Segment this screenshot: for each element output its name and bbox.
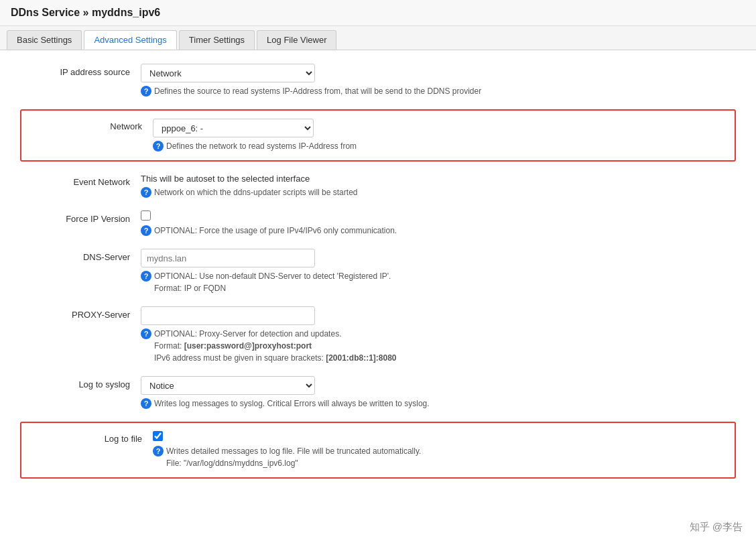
ip-address-source-row: IP address source Network URL Script ? D… — [20, 64, 736, 97]
log-file-help-icon: ? — [153, 446, 164, 457]
tab-logviewer[interactable]: Log File Viewer — [257, 30, 336, 50]
tabs-bar: Basic Settings Advanced Settings Timer S… — [0, 26, 756, 50]
tab-advanced[interactable]: Advanced Settings — [84, 30, 176, 50]
log-syslog-select[interactable]: Notice Info Warning Error — [141, 376, 315, 395]
dns-server-help: ? OPTIONAL: Use non-default DNS-Server t… — [141, 270, 736, 294]
force-ip-version-control: ? OPTIONAL: Force the usage of pure IPv4… — [141, 210, 736, 237]
force-ip-version-label: Force IP Version — [20, 210, 141, 224]
force-ip-version-row: Force IP Version ? OPTIONAL: Force the u… — [20, 210, 736, 237]
watermark: 知乎 @李告 — [690, 521, 743, 534]
network-help-icon: ? — [153, 141, 164, 151]
proxy-server-row: PROXY-Server ? OPTIONAL: Proxy-Server fo… — [20, 306, 736, 364]
ip-address-source-control: Network URL Script ? Defines the source … — [141, 64, 736, 97]
dns-server-input[interactable] — [141, 249, 315, 267]
network-help: ? Defines the network to read systems IP… — [153, 140, 724, 152]
event-network-row: Event Network This will be autoset to th… — [20, 174, 736, 198]
network-label: Network — [32, 119, 153, 131]
log-syslog-help-icon: ? — [141, 398, 151, 409]
proxy-server-label: PROXY-Server — [20, 306, 141, 320]
page-title: DDns Service » myddns_ipv6 — [0, 0, 756, 26]
event-network-help-icon: ? — [141, 187, 151, 198]
log-file-label: Log to file — [32, 431, 153, 444]
dns-server-help-icon: ? — [141, 271, 151, 282]
log-file-checkbox-wrap — [153, 431, 724, 441]
ip-address-source-help-icon: ? — [141, 86, 151, 97]
log-file-checkbox[interactable] — [153, 431, 163, 441]
log-syslog-control: Notice Info Warning Error ? Writes log m… — [141, 376, 736, 410]
event-network-autoset-text: This will be autoset to the selected int… — [141, 174, 736, 184]
ip-address-source-label: IP address source — [20, 64, 141, 77]
proxy-server-help-icon: ? — [141, 328, 151, 339]
force-ip-version-help-icon: ? — [141, 225, 151, 236]
dns-server-row: DNS-Server ? OPTIONAL: Use non-default D… — [20, 249, 736, 294]
log-file-control: ? Writes detailed messages to log file. … — [153, 431, 724, 469]
proxy-server-control: ? OPTIONAL: Proxy-Server for detection a… — [141, 306, 736, 364]
proxy-server-help: ? OPTIONAL: Proxy-Server for detection a… — [141, 328, 736, 364]
event-network-label: Event Network — [20, 174, 141, 187]
network-highlighted-box: Network pppoe_6: - ? Defines the network… — [20, 109, 736, 162]
tab-timer[interactable]: Timer Settings — [179, 30, 255, 50]
log-syslog-row: Log to syslog Notice Info Warning Error … — [20, 376, 736, 410]
network-select[interactable]: pppoe_6: - — [153, 119, 314, 137]
log-file-highlighted-box: Log to file ? Writes detailed messages t… — [20, 422, 736, 479]
event-network-help: ? Network on which the ddns-updater scri… — [141, 186, 736, 198]
force-ip-checkbox-wrap — [141, 210, 736, 221]
log-syslog-help: ? Writes log messages to syslog. Critica… — [141, 398, 736, 410]
log-syslog-label: Log to syslog — [20, 376, 141, 389]
force-ip-version-checkbox[interactable] — [141, 210, 151, 221]
content-area: IP address source Network URL Script ? D… — [0, 50, 756, 504]
tab-basic[interactable]: Basic Settings — [7, 30, 82, 50]
dns-server-control: ? OPTIONAL: Use non-default DNS-Server t… — [141, 249, 736, 294]
log-file-help: ? Writes detailed messages to log file. … — [153, 445, 724, 469]
ip-address-source-select[interactable]: Network URL Script — [141, 64, 315, 82]
proxy-server-input[interactable] — [141, 306, 315, 325]
dns-server-label: DNS-Server — [20, 249, 141, 262]
force-ip-version-help: ? OPTIONAL: Force the usage of pure IPv4… — [141, 225, 736, 237]
network-control: pppoe_6: - ? Defines the network to read… — [153, 119, 724, 152]
ip-address-source-help: ? Defines the source to read systems IP-… — [141, 85, 736, 97]
event-network-control: This will be autoset to the selected int… — [141, 174, 736, 198]
page-wrapper: DDns Service » myddns_ipv6 Basic Setting… — [0, 0, 756, 547]
